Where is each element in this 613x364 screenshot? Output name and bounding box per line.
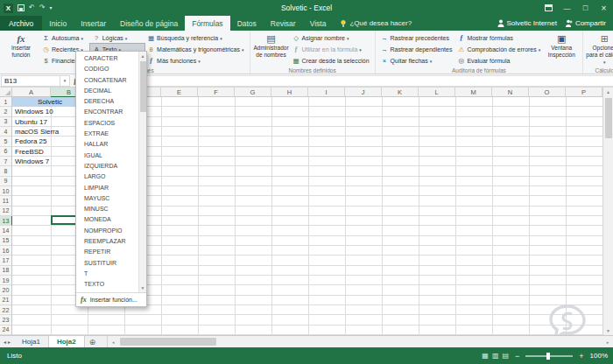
save-icon[interactable] (18, 4, 25, 11)
account-label[interactable]: Solvetic Internet (497, 19, 557, 27)
mostrar-formulas-button[interactable]: ƒMostrar fórmulas (454, 32, 543, 44)
row-header-18[interactable]: 18 (0, 266, 11, 276)
row-header-20[interactable]: 20 (0, 285, 11, 295)
ribbon-tab-insertar[interactable]: Insertar (74, 16, 113, 31)
zoom-level[interactable]: 100% (590, 352, 608, 360)
menu-item-encontrar[interactable]: ENCONTRAR (76, 107, 138, 117)
asignar-nombre-button[interactable]: ◇Asignar nombre▾ (290, 32, 372, 44)
row-header-11[interactable]: 11 (0, 196, 11, 206)
menu-item-limpiar[interactable]: LIMPIAR (76, 183, 138, 193)
row-header-14[interactable]: 14 (0, 226, 11, 235)
column-header-j[interactable]: J (345, 88, 382, 97)
scroll-up-icon[interactable] (606, 88, 610, 96)
column-header-f[interactable]: F (198, 88, 235, 97)
page-layout-view-icon[interactable] (492, 352, 499, 360)
normal-view-icon[interactable] (482, 352, 489, 360)
scroll-down-icon[interactable] (606, 326, 610, 335)
opciones-para-el-calculo-button[interactable]: ⊞Opciones para el cálculo ▾ (586, 32, 613, 66)
mas-funciones-button[interactable]: ƒMás funciones▾ (144, 55, 246, 66)
quitar-flechas-button[interactable]: ×Quitar flechas▾ (378, 55, 455, 66)
menu-item-igual[interactable]: IGUAL (76, 150, 138, 161)
horizontal-scroll-thumb[interactable] (120, 338, 216, 346)
column-header-n[interactable]: N (492, 88, 529, 97)
row-header-15[interactable]: 15 (0, 236, 11, 246)
row-header-2[interactable]: 2 (0, 107, 11, 116)
menu-item-t[interactable]: T (76, 269, 138, 279)
crear-desde-la-seleccion-button[interactable]: ▦Crear desde la selección (290, 55, 372, 66)
row-header-7[interactable]: 7 (0, 157, 11, 166)
utilizar-en-la-formula-button[interactable]: ƒUtilizar en la fórmula▾ (290, 44, 372, 55)
name-box-dropdown-icon[interactable] (60, 75, 70, 87)
rastrear-dependientes-button[interactable]: →Rastrear dependientes (378, 44, 455, 55)
zoom-out-icon[interactable] (515, 352, 519, 360)
column-header-o[interactable]: O (529, 88, 566, 97)
close-button[interactable] (595, 0, 613, 16)
ribbon-tab-datos[interactable]: Datos (230, 16, 264, 31)
formula-input[interactable] (84, 75, 613, 87)
excel-logo-icon[interactable] (4, 4, 13, 13)
column-header-h[interactable]: H (271, 88, 308, 97)
redo-icon[interactable] (39, 4, 46, 12)
menu-item-espacios[interactable]: ESPACIOS (76, 118, 138, 129)
row-header-22[interactable]: 22 (0, 305, 11, 315)
cell-a2[interactable]: Windows 10 (12, 107, 53, 116)
zoom-in-icon[interactable] (579, 352, 583, 360)
row-header-19[interactable]: 19 (0, 276, 11, 285)
rastrear-precedentes-button[interactable]: →Rastrear precedentes (378, 32, 455, 44)
menu-insert-function[interactable]: fx Insertar función... (76, 292, 146, 306)
menu-item-nompropio[interactable]: NOMPROPIO (76, 226, 138, 236)
row-header-8[interactable]: 8 (0, 166, 11, 176)
row-header-17[interactable]: 17 (0, 256, 11, 265)
menu-scroll-thumb[interactable] (140, 61, 146, 112)
undo-icon[interactable] (29, 4, 35, 12)
zoom-slider-thumb[interactable] (546, 353, 550, 360)
horizontal-scrollbar[interactable] (107, 336, 613, 347)
sheet-prev-icon[interactable] (4, 339, 6, 345)
select-all-corner[interactable] (0, 88, 12, 97)
new-sheet-icon[interactable] (85, 336, 101, 347)
column-header-l[interactable]: L (419, 88, 455, 97)
row-header-6[interactable]: 6 (0, 147, 11, 157)
comprobacion-de-errores-button[interactable]: ⚠Comprobación de errores▾ (454, 44, 543, 55)
column-header-p[interactable]: P (566, 88, 602, 97)
menu-scroll-up-icon[interactable] (141, 52, 145, 60)
ribbon-tab-diseno-de-pagina[interactable]: Diseño de página (113, 16, 185, 31)
column-header-i[interactable]: I (308, 88, 345, 97)
menu-item-mayusc[interactable]: MAYUSC (76, 193, 138, 204)
row-header-5[interactable]: 5 (0, 136, 11, 146)
row-header-10[interactable]: 10 (0, 186, 11, 196)
row-header-24[interactable]: 24 (0, 326, 11, 335)
row-header-12[interactable]: 12 (0, 206, 11, 216)
cell-a3[interactable]: Ubuntu 17 (12, 117, 47, 127)
busqueda-y-referencia-button[interactable]: ▦Búsqueda y referencia▾ (144, 32, 246, 44)
logicas-button[interactable]: ?Lógicas▾ (90, 32, 144, 44)
ribbon-tab-archivo[interactable]: Archivo (0, 16, 42, 31)
row-header-4[interactable]: 4 (0, 127, 11, 136)
name-box[interactable] (1, 75, 60, 87)
zoom-slider[interactable] (525, 355, 573, 357)
menu-item-concatenar[interactable]: CONCATENAR (76, 75, 138, 86)
column-header-e[interactable]: E (161, 88, 198, 97)
column-header-m[interactable]: M (455, 88, 492, 97)
ribbon-tab-revisar[interactable]: Revisar (264, 16, 303, 31)
matematicas-y-trigonometricas-button[interactable]: θMatemáticas y trigonométricas▾ (144, 44, 246, 55)
row-header-9[interactable]: 9 (0, 177, 11, 186)
scroll-right-icon[interactable] (602, 338, 613, 346)
autosuma-button[interactable]: ΣAutosuma▾ (39, 32, 90, 44)
cell-a5[interactable]: Fedora 25 (12, 136, 46, 146)
administrador-de-nombres-button[interactable]: ▤Administrador de nombres (253, 32, 290, 58)
row-header-13[interactable]: 13 (0, 216, 12, 226)
menu-item-largo[interactable]: LARGO (76, 172, 138, 182)
page-break-view-icon[interactable] (502, 352, 509, 360)
column-header-k[interactable]: K (382, 88, 419, 97)
ribbon-tab-vista[interactable]: Vista (303, 16, 334, 31)
row-header-23[interactable]: 23 (0, 315, 11, 325)
menu-item-repetir[interactable]: REPETIR (76, 247, 138, 257)
ribbon-display-options-icon[interactable] (539, 0, 558, 16)
menu-item-codigo[interactable]: CODIGO (76, 64, 138, 74)
row-header-1[interactable]: 1 (0, 97, 11, 107)
vertical-scroll-thumb[interactable] (605, 98, 612, 138)
ribbon-tab-formulas[interactable]: Fórmulas (185, 16, 229, 31)
menu-scroll-down-icon[interactable] (141, 284, 145, 292)
share-button[interactable]: Compartir (566, 19, 606, 27)
